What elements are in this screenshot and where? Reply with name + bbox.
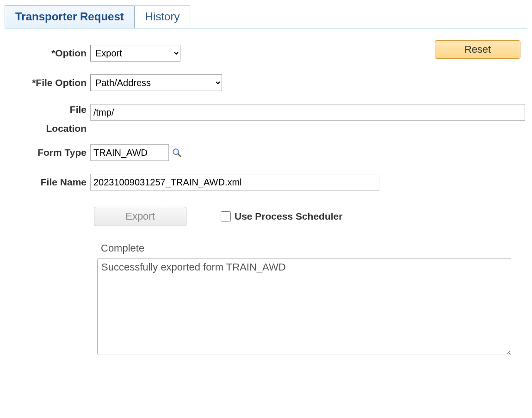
tab-bar: Transporter Request History xyxy=(5,5,527,29)
reset-button[interactable]: Reset xyxy=(435,40,520,59)
option-select[interactable]: Export xyxy=(90,45,180,61)
tab-transporter-request[interactable]: Transporter Request xyxy=(5,5,135,28)
label-use-process-scheduler: Use Process Scheduler xyxy=(235,211,342,222)
action-row: Export Use Process Scheduler xyxy=(94,207,527,226)
row-file-option: *File Option Path/Address xyxy=(9,74,527,91)
label-location: Location xyxy=(9,123,90,134)
file-input[interactable] xyxy=(90,104,525,121)
file-option-select[interactable]: Path/Address xyxy=(90,74,222,91)
file-name-input[interactable] xyxy=(90,174,379,191)
export-button[interactable]: Export xyxy=(94,207,186,226)
label-option: *Option xyxy=(9,48,90,59)
label-file-name: File Name xyxy=(9,177,90,188)
status-message-box[interactable]: Successfully exported form TRAIN_AWD xyxy=(97,258,511,355)
row-location: Location xyxy=(9,123,527,134)
row-file: File xyxy=(9,104,527,121)
svg-line-1 xyxy=(178,154,181,157)
use-process-scheduler-checkbox[interactable] xyxy=(221,211,231,221)
row-file-name: File Name xyxy=(9,174,527,191)
lookup-icon[interactable] xyxy=(172,148,182,158)
label-file-option: *File Option xyxy=(9,77,90,88)
form-type-input[interactable] xyxy=(90,144,169,161)
label-file: File xyxy=(9,104,90,115)
status-area: Complete Successfully exported form TRAI… xyxy=(97,242,513,357)
status-heading: Complete xyxy=(101,242,513,254)
tab-history[interactable]: History xyxy=(135,5,191,28)
label-form-type: Form Type xyxy=(9,147,90,158)
row-form-type: Form Type xyxy=(9,144,527,161)
form-area: Reset *Option Export *File Option Path/A… xyxy=(5,45,527,357)
